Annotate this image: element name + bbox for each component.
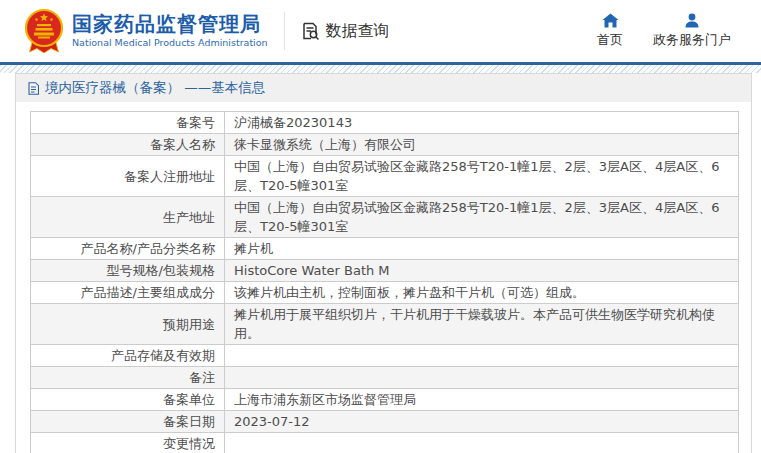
row-value: 中国（上海）自由贸易试验区金藏路258号T20-1幢1层、2层、3层A区、4层A… — [225, 197, 739, 238]
row-value: 徕卡显微系统（上海）有限公司 — [225, 134, 739, 156]
row-label: 备案号 — [31, 112, 225, 134]
nav-home[interactable]: 首页 — [597, 13, 623, 49]
row-value: 摊片机 — [225, 238, 739, 260]
national-emblem-logo — [24, 8, 64, 54]
table-row: 备案号沪浦械备20230143 — [31, 112, 739, 134]
nav-gov-portal[interactable]: 政务服务门户 — [653, 13, 731, 49]
record-table: 备案号沪浦械备20230143备案人名称徕卡显微系统（上海）有限公司备案人注册地… — [30, 111, 739, 453]
row-value: HistoCore Water Bath M — [225, 260, 739, 282]
record-table-wrap: 备案号沪浦械备20230143备案人名称徕卡显微系统（上海）有限公司备案人注册地… — [16, 102, 751, 453]
table-row: 备案人注册地址中国（上海）自由贸易试验区金藏路258号T20-1幢1层、2层、3… — [31, 156, 739, 197]
table-row: 产品存储及有效期 — [31, 345, 739, 367]
row-value — [225, 345, 739, 367]
site-title: 国家药品监督管理局 — [72, 13, 268, 35]
row-value: 沪浦械备20230143 — [225, 112, 739, 134]
nav-gov-portal-label: 政务服务门户 — [653, 31, 731, 49]
row-value: 2023-07-12 — [225, 411, 739, 433]
home-icon — [602, 13, 619, 28]
row-label: 生产地址 — [31, 197, 225, 238]
table-row: 备案人名称徕卡显微系统（上海）有限公司 — [31, 134, 739, 156]
row-label: 变更情况 — [31, 433, 225, 453]
panel-title-bar: 境内医疗器械（备案） ——基本信息 — [16, 74, 751, 102]
document-icon — [28, 82, 39, 95]
row-label: 备案人名称 — [31, 134, 225, 156]
row-label: 产品名称/产品分类名称 — [31, 238, 225, 260]
row-label: 备案人注册地址 — [31, 156, 225, 197]
row-label: 产品存储及有效期 — [31, 345, 225, 367]
row-label: 备注 — [31, 367, 225, 389]
table-row: 备注 — [31, 367, 739, 389]
table-row: 预期用途摊片机用于展平组织切片，干片机用于干燥载玻片。本产品可供生物医学研究机构… — [31, 304, 739, 345]
row-value: 中国（上海）自由贸易试验区金藏路258号T20-1幢1层、2层、3层A区、4层A… — [225, 156, 739, 197]
info-table-body: 备案号沪浦械备20230143备案人名称徕卡显微系统（上海）有限公司备案人注册地… — [31, 112, 739, 453]
row-value — [225, 433, 739, 453]
row-label: 备案日期 — [31, 411, 225, 433]
table-row: 备案单位上海市浦东新区市场监督管理局 — [31, 389, 739, 411]
data-query-label: 数据查询 — [326, 21, 390, 42]
nav-home-label: 首页 — [597, 31, 623, 49]
record-panel: 境内医疗器械（备案） ——基本信息 备案号沪浦械备20230143备案人名称徕卡… — [15, 73, 752, 453]
data-query-tab[interactable]: 数据查询 — [284, 12, 390, 50]
table-row: 型号规格/包装规格HistoCore Water Bath M — [31, 260, 739, 282]
row-label: 备案单位 — [31, 389, 225, 411]
decorative-hatch-band — [0, 65, 761, 73]
row-label: 预期用途 — [31, 304, 225, 345]
row-value: 上海市浦东新区市场监督管理局 — [225, 389, 739, 411]
brand: 国家药品监督管理局 National Medical Products Admi… — [24, 8, 268, 54]
document-search-icon — [300, 21, 320, 41]
table-row: 备案日期2023-07-12 — [31, 411, 739, 433]
row-label: 型号规格/包装规格 — [31, 260, 225, 282]
row-value — [225, 367, 739, 389]
site-header: 国家药品监督管理局 National Medical Products Admi… — [0, 0, 761, 62]
table-row: 变更情况 — [31, 433, 739, 453]
user-icon — [684, 13, 700, 28]
row-value: 该摊片机由主机，控制面板，摊片盘和干片机（可选）组成。 — [225, 282, 739, 304]
panel-title: 境内医疗器械（备案） ——基本信息 — [45, 79, 265, 97]
table-row: 生产地址中国（上海）自由贸易试验区金藏路258号T20-1幢1层、2层、3层A区… — [31, 197, 739, 238]
row-value: 摊片机用于展平组织切片，干片机用于干燥载玻片。本产品可供生物医学研究机构使用。 — [225, 304, 739, 345]
top-nav: 首页 政务服务门户 — [597, 13, 731, 49]
site-subtitle: National Medical Products Administration — [72, 38, 268, 48]
table-row: 产品描述/主要组成成分该摊片机由主机，控制面板，摊片盘和干片机（可选）组成。 — [31, 282, 739, 304]
row-label: 产品描述/主要组成成分 — [31, 282, 225, 304]
table-row: 产品名称/产品分类名称摊片机 — [31, 238, 739, 260]
